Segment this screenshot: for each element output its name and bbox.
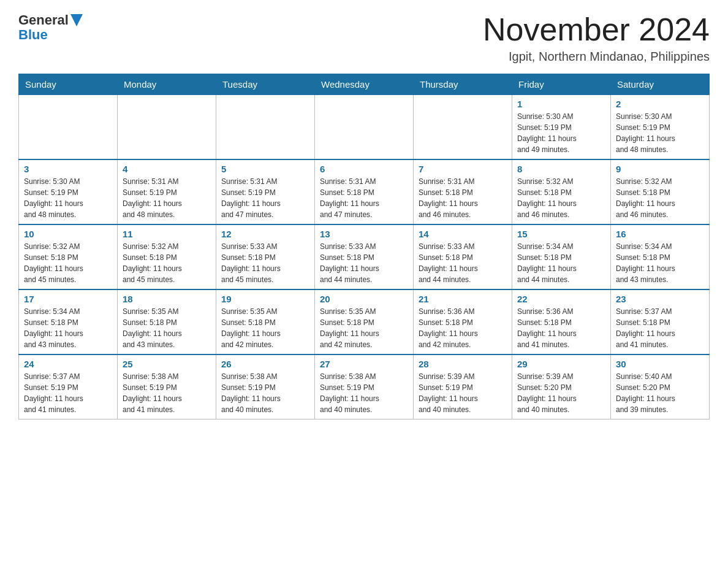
calendar-header-wednesday: Wednesday <box>315 74 414 95</box>
day-info: Sunrise: 5:39 AMSunset: 5:20 PMDaylight:… <box>517 371 605 415</box>
day-info: Sunrise: 5:31 AMSunset: 5:19 PMDaylight:… <box>123 176 211 220</box>
day-number: 7 <box>419 164 507 174</box>
day-info: Sunrise: 5:30 AMSunset: 5:19 PMDaylight:… <box>517 111 605 155</box>
calendar-day-cell: 30Sunrise: 5:40 AMSunset: 5:20 PMDayligh… <box>611 354 710 419</box>
day-info: Sunrise: 5:33 AMSunset: 5:18 PMDaylight:… <box>419 241 507 285</box>
calendar-day-cell: 3Sunrise: 5:30 AMSunset: 5:19 PMDaylight… <box>19 159 118 224</box>
day-number: 23 <box>616 294 704 304</box>
calendar-day-cell: 2Sunrise: 5:30 AMSunset: 5:19 PMDaylight… <box>611 95 710 160</box>
logo-blue-text: Blue <box>18 28 83 42</box>
day-number: 5 <box>221 164 309 174</box>
calendar-day-cell: 17Sunrise: 5:34 AMSunset: 5:18 PMDayligh… <box>19 289 118 354</box>
calendar-header-row: SundayMondayTuesdayWednesdayThursdayFrid… <box>19 74 710 95</box>
calendar-day-cell: 12Sunrise: 5:33 AMSunset: 5:18 PMDayligh… <box>216 224 315 289</box>
calendar-day-cell: 19Sunrise: 5:35 AMSunset: 5:18 PMDayligh… <box>216 289 315 354</box>
day-info: Sunrise: 5:35 AMSunset: 5:18 PMDaylight:… <box>123 306 211 350</box>
day-info: Sunrise: 5:38 AMSunset: 5:19 PMDaylight:… <box>320 371 408 415</box>
day-info: Sunrise: 5:36 AMSunset: 5:18 PMDaylight:… <box>419 306 507 350</box>
calendar-week-row: 1Sunrise: 5:30 AMSunset: 5:19 PMDaylight… <box>19 95 710 160</box>
calendar-day-cell: 26Sunrise: 5:38 AMSunset: 5:19 PMDayligh… <box>216 354 315 419</box>
day-number: 25 <box>123 359 211 369</box>
calendar-day-cell: 27Sunrise: 5:38 AMSunset: 5:19 PMDayligh… <box>315 354 414 419</box>
calendar-day-cell: 25Sunrise: 5:38 AMSunset: 5:19 PMDayligh… <box>118 354 216 419</box>
calendar-day-cell: 15Sunrise: 5:34 AMSunset: 5:18 PMDayligh… <box>512 224 611 289</box>
title-section: November 2024 Igpit, Northern Mindanao, … <box>483 12 710 64</box>
calendar-week-row: 17Sunrise: 5:34 AMSunset: 5:18 PMDayligh… <box>19 289 710 354</box>
calendar-day-cell: 22Sunrise: 5:36 AMSunset: 5:18 PMDayligh… <box>512 289 611 354</box>
day-number: 15 <box>517 229 605 239</box>
day-number: 28 <box>419 359 507 369</box>
day-info: Sunrise: 5:40 AMSunset: 5:20 PMDaylight:… <box>616 371 704 415</box>
calendar-header-sunday: Sunday <box>19 74 118 95</box>
calendar-day-cell: 24Sunrise: 5:37 AMSunset: 5:19 PMDayligh… <box>19 354 118 419</box>
calendar-day-cell: 10Sunrise: 5:32 AMSunset: 5:18 PMDayligh… <box>19 224 118 289</box>
day-number: 19 <box>221 294 309 304</box>
day-info: Sunrise: 5:33 AMSunset: 5:18 PMDaylight:… <box>320 241 408 285</box>
day-info: Sunrise: 5:31 AMSunset: 5:19 PMDaylight:… <box>221 176 309 220</box>
day-info: Sunrise: 5:32 AMSunset: 5:18 PMDaylight:… <box>616 176 704 220</box>
day-number: 3 <box>24 164 112 174</box>
day-info: Sunrise: 5:32 AMSunset: 5:18 PMDaylight:… <box>517 176 605 220</box>
calendar-day-cell: 11Sunrise: 5:32 AMSunset: 5:18 PMDayligh… <box>118 224 216 289</box>
day-info: Sunrise: 5:34 AMSunset: 5:18 PMDaylight:… <box>24 306 112 350</box>
day-info: Sunrise: 5:37 AMSunset: 5:18 PMDaylight:… <box>616 306 704 350</box>
day-number: 12 <box>221 229 309 239</box>
day-number: 24 <box>24 359 112 369</box>
logo: General Blue <box>18 12 83 42</box>
day-number: 8 <box>517 164 605 174</box>
calendar-day-cell: 5Sunrise: 5:31 AMSunset: 5:19 PMDaylight… <box>216 159 315 224</box>
day-info: Sunrise: 5:32 AMSunset: 5:18 PMDaylight:… <box>123 241 211 285</box>
calendar-day-cell: 16Sunrise: 5:34 AMSunset: 5:18 PMDayligh… <box>611 224 710 289</box>
calendar-day-cell: 4Sunrise: 5:31 AMSunset: 5:19 PMDaylight… <box>118 159 216 224</box>
day-number: 18 <box>123 294 211 304</box>
calendar-day-cell: 8Sunrise: 5:32 AMSunset: 5:18 PMDaylight… <box>512 159 611 224</box>
calendar-header-saturday: Saturday <box>611 74 710 95</box>
calendar-day-cell: 14Sunrise: 5:33 AMSunset: 5:18 PMDayligh… <box>414 224 512 289</box>
day-number: 13 <box>320 229 408 239</box>
day-info: Sunrise: 5:38 AMSunset: 5:19 PMDaylight:… <box>221 371 309 415</box>
calendar-day-cell <box>19 95 118 160</box>
day-number: 20 <box>320 294 408 304</box>
day-info: Sunrise: 5:35 AMSunset: 5:18 PMDaylight:… <box>221 306 309 350</box>
calendar-header-tuesday: Tuesday <box>216 74 315 95</box>
calendar-header-thursday: Thursday <box>414 74 512 95</box>
calendar-day-cell <box>315 95 414 160</box>
calendar-day-cell: 9Sunrise: 5:32 AMSunset: 5:18 PMDaylight… <box>611 159 710 224</box>
day-info: Sunrise: 5:32 AMSunset: 5:18 PMDaylight:… <box>24 241 112 285</box>
day-number: 2 <box>616 99 704 109</box>
day-number: 29 <box>517 359 605 369</box>
calendar-day-cell: 21Sunrise: 5:36 AMSunset: 5:18 PMDayligh… <box>414 289 512 354</box>
calendar-day-cell: 23Sunrise: 5:37 AMSunset: 5:18 PMDayligh… <box>611 289 710 354</box>
logo-triangle-icon <box>70 14 83 28</box>
day-number: 26 <box>221 359 309 369</box>
day-number: 17 <box>24 294 112 304</box>
page-header: General Blue November 2024 Igpit, Northe… <box>18 12 710 64</box>
day-number: 14 <box>419 229 507 239</box>
calendar-week-row: 3Sunrise: 5:30 AMSunset: 5:19 PMDaylight… <box>19 159 710 224</box>
day-info: Sunrise: 5:34 AMSunset: 5:18 PMDaylight:… <box>616 241 704 285</box>
day-info: Sunrise: 5:35 AMSunset: 5:18 PMDaylight:… <box>320 306 408 350</box>
calendar-day-cell: 18Sunrise: 5:35 AMSunset: 5:18 PMDayligh… <box>118 289 216 354</box>
day-info: Sunrise: 5:31 AMSunset: 5:18 PMDaylight:… <box>419 176 507 220</box>
calendar-day-cell: 1Sunrise: 5:30 AMSunset: 5:19 PMDaylight… <box>512 95 611 160</box>
calendar-header-monday: Monday <box>118 74 216 95</box>
day-info: Sunrise: 5:31 AMSunset: 5:18 PMDaylight:… <box>320 176 408 220</box>
day-number: 11 <box>123 229 211 239</box>
day-number: 9 <box>616 164 704 174</box>
day-number: 21 <box>419 294 507 304</box>
calendar-day-cell: 20Sunrise: 5:35 AMSunset: 5:18 PMDayligh… <box>315 289 414 354</box>
calendar-week-row: 24Sunrise: 5:37 AMSunset: 5:19 PMDayligh… <box>19 354 710 419</box>
calendar-week-row: 10Sunrise: 5:32 AMSunset: 5:18 PMDayligh… <box>19 224 710 289</box>
calendar-day-cell: 29Sunrise: 5:39 AMSunset: 5:20 PMDayligh… <box>512 354 611 419</box>
day-number: 4 <box>123 164 211 174</box>
day-number: 27 <box>320 359 408 369</box>
day-number: 1 <box>517 99 605 109</box>
logo-general-text: General <box>18 12 69 28</box>
calendar-day-cell <box>414 95 512 160</box>
day-info: Sunrise: 5:39 AMSunset: 5:19 PMDaylight:… <box>419 371 507 415</box>
day-info: Sunrise: 5:36 AMSunset: 5:18 PMDaylight:… <box>517 306 605 350</box>
day-info: Sunrise: 5:38 AMSunset: 5:19 PMDaylight:… <box>123 371 211 415</box>
day-info: Sunrise: 5:33 AMSunset: 5:18 PMDaylight:… <box>221 241 309 285</box>
day-info: Sunrise: 5:34 AMSunset: 5:18 PMDaylight:… <box>517 241 605 285</box>
day-info: Sunrise: 5:30 AMSunset: 5:19 PMDaylight:… <box>24 176 112 220</box>
